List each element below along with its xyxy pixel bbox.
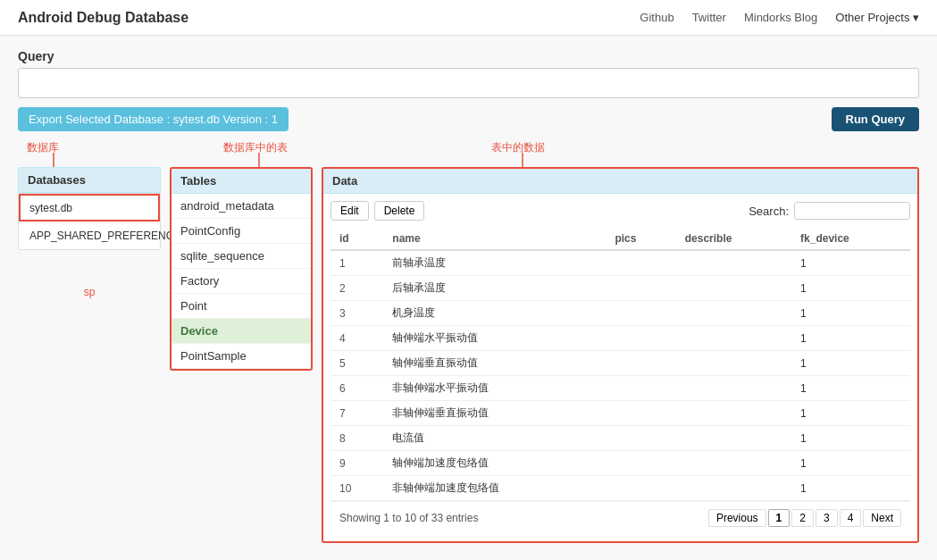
cell-id: 6: [330, 376, 383, 401]
nav-github[interactable]: Github: [640, 11, 673, 24]
cell-fk_device: 1: [791, 451, 910, 476]
pagination-next[interactable]: Next: [863, 509, 901, 527]
cell-name: 机身温度: [383, 301, 606, 326]
cell-id: 9: [330, 451, 383, 476]
cell-pics: [606, 326, 675, 351]
pagination-previous[interactable]: Previous: [708, 509, 766, 527]
edit-button[interactable]: Edit: [330, 201, 369, 221]
query-label: Query: [18, 49, 919, 63]
col-fk-device: fk_device: [791, 228, 910, 250]
cell-pics: [606, 301, 675, 326]
table-row[interactable]: 8电流值1: [330, 426, 910, 451]
cell-describle: [676, 476, 791, 501]
data-toolbar-left: Edit Delete: [330, 201, 424, 221]
table-row[interactable]: 7非轴伸端垂直振动值1: [330, 401, 910, 426]
pagination-page-2[interactable]: 2: [791, 509, 814, 527]
nav-other-projects[interactable]: Other Projects ▾: [835, 11, 919, 24]
cell-pics: [606, 276, 675, 301]
cell-fk_device: 1: [791, 351, 910, 376]
cell-name: 后轴承温度: [383, 276, 606, 301]
table-item-point[interactable]: Point: [172, 294, 311, 319]
table-item-sqlite-sequence[interactable]: sqlite_sequence: [172, 244, 311, 269]
table-item-android-metadata[interactable]: android_metadata: [172, 194, 311, 219]
nav-links: Github Twitter Mindorks Blog Other Proje…: [640, 11, 919, 24]
databases-body: sytest.db APP_SHARED_PREFERENCES: [18, 193, 161, 250]
cell-describle: [676, 326, 791, 351]
cell-name: 轴伸端加速度包络值: [383, 451, 606, 476]
table-item-pointsample[interactable]: PointSample: [172, 344, 311, 369]
col-describle: describle: [676, 228, 791, 250]
cell-describle: [676, 451, 791, 476]
table-row[interactable]: 2后轴承温度1: [330, 276, 910, 301]
cell-fk_device: 1: [791, 426, 910, 451]
cell-describle: [676, 301, 791, 326]
data-table: id name pics describle fk_device 1前轴承温度1…: [330, 228, 910, 501]
export-button[interactable]: Export Selected Database : sytest.db Ver…: [18, 107, 289, 131]
pagination-row: Showing 1 to 10 of 33 entries Previous 1…: [330, 501, 910, 534]
run-query-button[interactable]: Run Query: [832, 107, 919, 131]
search-row: Search:: [749, 202, 910, 220]
cell-id: 3: [330, 301, 383, 326]
pagination-info: Showing 1 to 10 of 33 entries: [339, 512, 478, 524]
query-input[interactable]: [18, 68, 919, 98]
cell-fk_device: 1: [791, 376, 910, 401]
cell-fk_device: 1: [791, 250, 910, 276]
cell-describle: [676, 250, 791, 276]
table-item-device[interactable]: Device: [172, 319, 311, 344]
pagination-page-3[interactable]: 3: [816, 509, 838, 527]
tables-header: Tables: [172, 169, 311, 194]
app-title: Android Debug Database: [18, 10, 188, 26]
table-row[interactable]: 1前轴承温度1: [330, 250, 910, 276]
cell-id: 1: [330, 250, 383, 276]
pagination-page-1[interactable]: 1: [768, 509, 791, 527]
db-item-appshared[interactable]: APP_SHARED_PREFERENCES: [19, 221, 160, 249]
toolbar-row: Export Selected Database : sytest.db Ver…: [18, 107, 919, 131]
cell-pics: [606, 401, 675, 426]
tables-body: android_metadata PointConfig sqlite_sequ…: [172, 194, 311, 369]
cell-describle: [676, 376, 791, 401]
delete-button[interactable]: Delete: [374, 201, 425, 221]
navbar: Android Debug Database Github Twitter Mi…: [0, 0, 937, 36]
db-item-sytest-label: sytest.db: [29, 202, 72, 214]
cell-name: 前轴承温度: [383, 250, 606, 276]
table-item-factory[interactable]: Factory: [172, 269, 311, 294]
cell-name: 电流值: [383, 426, 606, 451]
table-row[interactable]: 4轴伸端水平振动值1: [330, 326, 910, 351]
pagination-buttons: Previous 1 2 3 4 Next: [708, 509, 901, 527]
cell-id: 8: [330, 426, 383, 451]
cell-describle: [676, 401, 791, 426]
cell-id: 7: [330, 401, 383, 426]
cell-pics: [606, 351, 675, 376]
panels: Databases sytest.db APP_SHARED_PREFERENC…: [18, 167, 919, 543]
pagination-page-4[interactable]: 4: [840, 509, 862, 527]
databases-panel: Databases sytest.db APP_SHARED_PREFERENC…: [18, 167, 161, 543]
table-row[interactable]: 5轴伸端垂直振动值1: [330, 351, 910, 376]
data-panel-body: Edit Delete Search: id name pics: [323, 194, 917, 541]
search-input[interactable]: [794, 202, 910, 220]
cell-fk_device: 1: [791, 301, 910, 326]
table-row[interactable]: 6非轴伸端水平振动值1: [330, 376, 910, 401]
cell-describle: [676, 351, 791, 376]
data-panel: Data Edit Delete Search:: [322, 167, 919, 543]
cell-name: 轴伸端水平振动值: [383, 326, 606, 351]
cell-fk_device: 1: [791, 476, 910, 501]
table-row[interactable]: 10非轴伸端加速度包络值1: [330, 476, 910, 501]
annotations-row: 数据库 数据库中的表 表中的数据: [18, 140, 919, 167]
col-id: id: [330, 228, 383, 250]
data-panel-header: Data: [323, 169, 917, 194]
main-content: Query Export Selected Database : sytest.…: [0, 36, 937, 556]
cell-fk_device: 1: [791, 276, 910, 301]
table-row[interactable]: 3机身温度1: [330, 301, 910, 326]
nav-twitter[interactable]: Twitter: [692, 11, 726, 24]
table-item-pointconfig[interactable]: PointConfig: [172, 219, 311, 244]
nav-mindorks[interactable]: Mindorks Blog: [744, 11, 817, 24]
cell-id: 10: [330, 476, 383, 501]
db-item-sytest[interactable]: sytest.db: [19, 194, 160, 221]
cell-pics: [606, 476, 675, 501]
search-label: Search:: [749, 205, 789, 218]
table-row[interactable]: 9轴伸端加速度包络值1: [330, 451, 910, 476]
cell-name: 非轴伸端垂直振动值: [383, 401, 606, 426]
cell-describle: [676, 276, 791, 301]
databases-header: Databases: [18, 167, 161, 193]
cell-describle: [676, 426, 791, 451]
